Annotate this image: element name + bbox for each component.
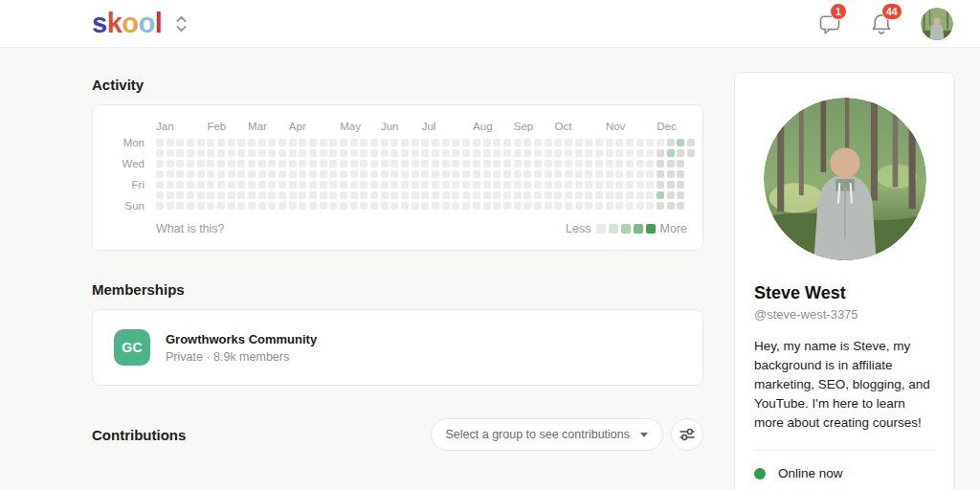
heatmap-cell[interactable] [197,160,205,167]
heatmap-cell[interactable] [329,202,337,210]
heatmap-cell[interactable] [207,181,214,189]
heatmap-cell[interactable] [390,149,398,157]
heatmap-cell[interactable] [432,181,439,189]
heatmap-cell[interactable] [401,160,409,167]
heatmap-cell[interactable] [503,149,511,157]
heatmap-cell[interactable] [452,160,459,167]
heatmap-cell[interactable] [646,170,654,178]
heatmap-cell[interactable] [483,191,491,199]
heatmap-cell[interactable] [309,202,317,210]
heatmap-cell[interactable] [207,160,214,167]
heatmap-cell[interactable] [237,202,245,210]
heatmap-cell[interactable] [156,160,164,167]
heatmap-cell[interactable] [329,139,337,146]
heatmap-cell[interactable] [258,160,266,167]
heatmap-cell[interactable] [667,170,675,178]
heatmap-cell[interactable] [390,202,398,210]
heatmap-cell[interactable] [657,202,664,210]
heatmap-cell[interactable] [677,191,684,199]
heatmap-cell[interactable] [350,202,358,210]
heatmap-cell[interactable] [452,181,459,189]
heatmap-cell[interactable] [545,160,552,167]
heatmap-cell[interactable] [156,170,164,178]
heatmap-cell[interactable] [278,170,286,178]
heatmap-cell[interactable] [585,191,592,199]
heatmap-cell[interactable] [585,202,592,210]
heatmap-cell[interactable] [473,160,480,167]
heatmap-cell[interactable] [667,202,675,210]
heatmap-cell[interactable] [483,170,491,178]
heatmap-cell[interactable] [534,170,542,178]
heatmap-cell[interactable] [687,202,695,210]
heatmap-cell[interactable] [452,139,459,146]
heatmap-cell[interactable] [167,191,174,199]
what-is-this-link[interactable]: What is this? [156,222,225,235]
heatmap-cell[interactable] [167,139,174,146]
heatmap-cell[interactable] [381,139,389,146]
heatmap-cell[interactable] [636,160,644,167]
heatmap-cell[interactable] [360,202,368,210]
heatmap-cell[interactable] [657,139,664,146]
notifications-button[interactable]: 44 [869,11,894,36]
heatmap-cell[interactable] [412,149,419,157]
heatmap-cell[interactable] [575,139,583,146]
heatmap-cell[interactable] [217,160,225,167]
heatmap-cell[interactable] [565,191,572,199]
heatmap-cell[interactable] [197,202,205,210]
heatmap-cell[interactable] [514,170,522,178]
heatmap-cell[interactable] [320,181,327,189]
heatmap-cell[interactable] [197,170,205,178]
heatmap-cell[interactable] [360,170,368,178]
heatmap-cell[interactable] [575,149,583,157]
heatmap-cell[interactable] [340,160,347,167]
heatmap-cell[interactable] [329,160,337,167]
heatmap-cell[interactable] [370,202,378,210]
heatmap-cell[interactable] [299,139,306,146]
heatmap-cell[interactable] [503,181,511,189]
heatmap-cell[interactable] [421,139,429,146]
heatmap-cell[interactable] [370,160,378,167]
heatmap-cell[interactable] [606,160,613,167]
heatmap-cell[interactable] [268,170,276,178]
heatmap-cell[interactable] [167,170,174,178]
heatmap-cell[interactable] [207,139,214,146]
heatmap-cell[interactable] [636,202,644,210]
heatmap-cell[interactable] [677,149,684,157]
heatmap-cell[interactable] [432,191,439,199]
heatmap-cell[interactable] [268,139,276,146]
heatmap-cell[interactable] [554,202,562,210]
heatmap-cell[interactable] [278,160,286,167]
heatmap-cell[interactable] [370,181,378,189]
heatmap-cell[interactable] [432,139,439,146]
heatmap-cell[interactable] [554,149,562,157]
heatmap-cell[interactable] [207,191,214,199]
heatmap-cell[interactable] [350,139,358,146]
heatmap-cell[interactable] [228,202,235,210]
heatmap-cell[interactable] [462,202,470,210]
heatmap-cell[interactable] [462,149,470,157]
heatmap-cell[interactable] [523,170,531,178]
heatmap-cell[interactable] [237,191,245,199]
heatmap-cell[interactable] [615,160,623,167]
heatmap-cell[interactable] [462,170,470,178]
heatmap-cell[interactable] [545,181,552,189]
heatmap-cell[interactable] [646,149,654,157]
heatmap-cell[interactable] [390,181,398,189]
heatmap-cell[interactable] [156,149,164,157]
heatmap-cell[interactable] [207,149,214,157]
heatmap-cell[interactable] [687,139,695,146]
heatmap-cell[interactable] [636,139,644,146]
heatmap-cell[interactable] [677,139,684,146]
heatmap-cell[interactable] [401,170,409,178]
heatmap-cell[interactable] [523,191,531,199]
heatmap-cell[interactable] [237,170,245,178]
heatmap-cell[interactable] [595,170,603,178]
heatmap-cell[interactable] [667,181,675,189]
heatmap-cell[interactable] [636,191,644,199]
heatmap-cell[interactable] [350,149,358,157]
heatmap-cell[interactable] [381,191,389,199]
heatmap-cell[interactable] [309,160,317,167]
heatmap-cell[interactable] [278,139,286,146]
heatmap-cell[interactable] [176,139,184,146]
heatmap-cell[interactable] [677,202,684,210]
